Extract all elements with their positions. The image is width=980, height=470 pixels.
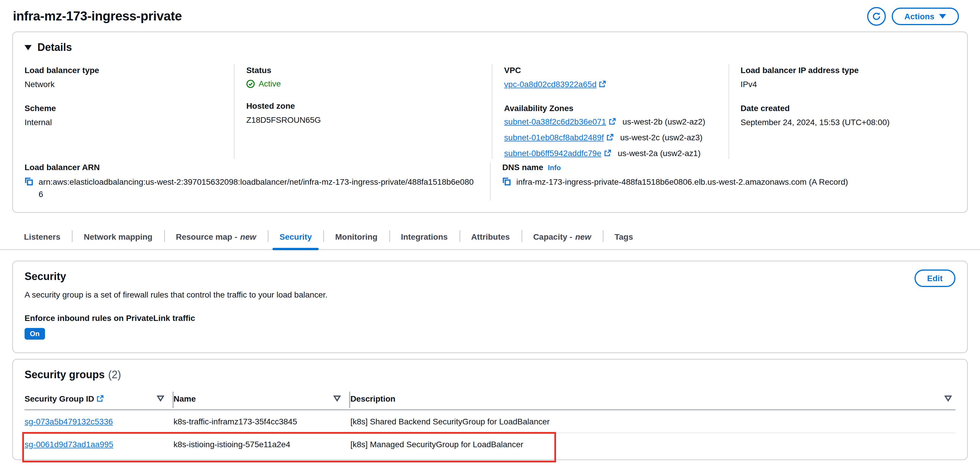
table-row: sg-073a5b479132c5336 k8s-traffic-inframz… (25, 410, 955, 432)
copy-icon[interactable] (25, 177, 33, 189)
security-groups-title: Security groups(2) (25, 368, 955, 381)
dns-value: infra-mz-173-ingress-private-488fa1518b6… (516, 176, 848, 188)
lb-type-value: Network (25, 79, 224, 91)
az-row: subnet-0a38f2c6d2b36e071 us-west-2b (usw… (504, 117, 719, 126)
external-link-icon[interactable] (608, 118, 616, 125)
details-collapse-header[interactable]: Details (25, 41, 955, 54)
sort-icon[interactable] (944, 395, 952, 402)
security-group-name: k8s-traffic-inframz173-35f4cc3845 (173, 416, 350, 426)
external-link-icon[interactable] (604, 149, 611, 156)
arn-block: Load balancer ARN arn:aws:elasticloadbal… (25, 162, 490, 200)
subnet-link[interactable]: subnet-0a38f2c6d2b36e071 (504, 117, 606, 126)
date-created-label: Date created (741, 103, 946, 113)
privatelink-label: Enforce inbound rules on PrivateLink tra… (25, 313, 955, 322)
privatelink-status-badge: On (25, 328, 45, 339)
hosted-zone-label: Hosted zone (246, 101, 482, 111)
arn-dns-row: Load balancer ARN arn:aws:elasticloadbal… (25, 162, 955, 200)
tab-tags[interactable]: Tags (603, 224, 645, 249)
vpc-link[interactable]: vpc-0a8d02cd83922a65d (504, 79, 597, 89)
scheme-label: Scheme (25, 103, 224, 113)
scheme-value: Internal (25, 117, 224, 128)
az-zone-text: us-west-2a (usw2-az1) (618, 148, 700, 157)
security-groups-count: (2) (108, 368, 121, 380)
security-group-description: [k8s] Managed SecurityGroup for LoadBala… (350, 439, 955, 449)
sort-icon[interactable] (156, 395, 164, 402)
external-link-icon[interactable] (606, 133, 613, 141)
az-zone-text: us-west-2c (usw2-az3) (620, 132, 703, 142)
load-balancer-detail-page: infra-mz-173-ingress-private Actions (0, 0, 980, 470)
status-active-icon (246, 79, 255, 88)
caret-down-icon (939, 14, 946, 19)
page-header: infra-mz-173-ingress-private Actions (0, 0, 980, 32)
table-row: sg-0061d9d73ad1aa995 k8s-istioing-istioi… (25, 432, 955, 459)
vpc-label: VPC (504, 65, 719, 75)
lb-type-label: Load balancer type (25, 65, 224, 75)
security-groups-panel: Security groups(2) Security Group ID Nam… (12, 359, 968, 460)
tab-security[interactable]: Security (268, 224, 324, 249)
tab-listeners[interactable]: Listeners (12, 224, 72, 249)
actions-button[interactable]: Actions (891, 8, 959, 25)
column-header-security-group-id[interactable]: Security Group ID (25, 394, 173, 403)
security-group-name: k8s-istioing-istioing-575e11a2e4 (173, 439, 350, 449)
security-groups-table-header: Security Group ID Name Description (25, 390, 955, 410)
dns-block: DNS nameInfo infra-mz-173-ingress-privat… (490, 162, 955, 200)
status-value: Active (246, 79, 482, 88)
az-row: subnet-01eb08cf8abd2489f us-west-2c (usw… (504, 132, 719, 142)
tab-monitoring[interactable]: Monitoring (324, 224, 390, 249)
ip-type-value: IPv4 (741, 79, 946, 91)
hosted-zone-value: Z18D5FSROUN65G (246, 114, 482, 126)
subnet-link[interactable]: subnet-0b6ff5942addfc79e (504, 148, 601, 157)
copy-icon[interactable] (502, 177, 511, 189)
tab-resource-map[interactable]: Resource map -new (164, 224, 268, 249)
tab-bar: Listeners Network mapping Resource map -… (0, 224, 980, 250)
arn-value: arn:aws:elasticloadbalancing:us-west-2:3… (38, 176, 476, 200)
details-title: Details (37, 41, 72, 54)
external-link-icon[interactable] (599, 81, 606, 88)
az-zone-text: us-west-2b (usw2-az2) (622, 117, 705, 126)
page-title: infra-mz-173-ingress-private (13, 9, 182, 24)
security-section-description: A security group is a set of firewall ru… (25, 290, 955, 299)
dns-label: DNS nameInfo (502, 162, 955, 171)
external-link-icon (97, 395, 103, 402)
details-collapse-icon (25, 45, 32, 50)
status-label: Status (246, 65, 482, 75)
details-col-2: Status Active Hosted zone Z18D5FSROUN65G (234, 64, 492, 159)
details-grid: Load balancer type Network Scheme Intern… (25, 64, 955, 159)
security-group-description: [k8s] Shared Backend SecurityGroup for L… (350, 416, 955, 426)
date-created-value: September 24, 2024, 15:53 (UTC+08:00) (741, 117, 946, 128)
tab-integrations[interactable]: Integrations (389, 224, 459, 249)
tab-capacity[interactable]: Capacity -new (522, 224, 603, 249)
details-col-4: Load balancer IP address type IPv4 Date … (728, 64, 955, 159)
refresh-button[interactable] (867, 7, 886, 26)
column-header-name[interactable]: Name (173, 394, 350, 403)
security-group-link[interactable]: sg-0061d9d73ad1aa995 (25, 439, 113, 449)
security-group-link[interactable]: sg-073a5b479132c5336 (25, 416, 113, 426)
actions-button-label: Actions (904, 12, 934, 21)
column-header-description[interactable]: Description (350, 394, 955, 403)
refresh-icon (872, 12, 881, 21)
arn-label: Load balancer ARN (25, 162, 476, 171)
details-panel: Details Load balancer type Network Schem… (12, 32, 968, 213)
security-section-title: Security (25, 270, 955, 283)
details-col-1: Load balancer type Network Scheme Intern… (25, 64, 234, 159)
edit-button[interactable]: Edit (914, 269, 955, 287)
header-actions: Actions (867, 7, 959, 26)
ip-type-label: Load balancer IP address type (741, 65, 946, 75)
dns-info-link[interactable]: Info (548, 164, 561, 171)
tab-network-mapping[interactable]: Network mapping (72, 224, 164, 249)
sort-icon[interactable] (333, 395, 341, 402)
details-col-3: VPC vpc-0a8d02cd83922a65d Availability Z… (492, 64, 728, 159)
az-label: Availability Zones (504, 103, 719, 113)
security-panel: Security A security group is a set of fi… (12, 260, 968, 353)
status-text: Active (258, 79, 281, 88)
tab-attributes[interactable]: Attributes (459, 224, 521, 249)
az-row: subnet-0b6ff5942addfc79e us-west-2a (usw… (504, 148, 719, 157)
subnet-link[interactable]: subnet-01eb08cf8abd2489f (504, 132, 604, 142)
